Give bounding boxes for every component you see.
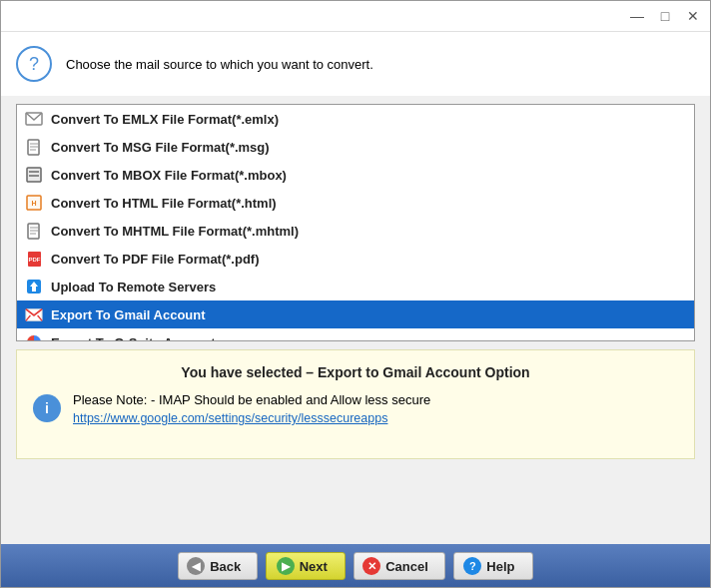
- page-icon: [25, 222, 43, 240]
- list-item[interactable]: Convert To MHTML File Format(*.mhtml): [17, 217, 694, 245]
- list-item-label: Convert To HTML File Format(*.html): [51, 196, 277, 211]
- cancel-button[interactable]: ✕ Cancel: [354, 552, 445, 580]
- info-title: You have selected – Export to Gmail Acco…: [33, 364, 678, 380]
- list-item-label: Upload To Remote Servers: [51, 280, 216, 294]
- info-text-block: Please Note: - IMAP Should be enabled an…: [73, 392, 430, 425]
- header-text: Choose the mail source to which you want…: [66, 57, 373, 72]
- back-label: Back: [210, 559, 241, 574]
- list-item-label: Convert To EMLX File Format(*.emlx): [51, 112, 279, 127]
- gmail-icon: [25, 305, 43, 323]
- page-icon: [25, 138, 43, 156]
- list-item[interactable]: Convert To EMLX File Format(*.emlx): [17, 105, 694, 133]
- info-circle-icon: i: [33, 394, 61, 422]
- back-icon: ◀: [187, 557, 205, 575]
- next-icon: ▶: [277, 557, 295, 575]
- info-content: i Please Note: - IMAP Should be enabled …: [33, 392, 678, 425]
- svg-text:PDF: PDF: [28, 257, 40, 263]
- list-item-label: Convert To MBOX File Format(*.mbox): [51, 168, 287, 183]
- close-button[interactable]: ✕: [679, 2, 707, 30]
- upload-icon: [25, 278, 43, 295]
- help-icon: ?: [463, 557, 481, 575]
- conversion-options-list[interactable]: Convert To EMLX File Format(*.emlx)Conve…: [16, 104, 695, 341]
- list-item-label: Export To Gmail Account: [51, 307, 206, 322]
- svg-rect-6: [29, 171, 39, 173]
- info-link[interactable]: https://www.google.com/settings/security…: [73, 411, 430, 425]
- header: ? Choose the mail source to which you wa…: [0, 32, 711, 96]
- cancel-label: Cancel: [385, 559, 428, 574]
- title-bar: — □ ✕: [0, 0, 711, 32]
- mbox-icon: [25, 166, 43, 184]
- info-box: You have selected – Export to Gmail Acco…: [16, 349, 695, 459]
- help-label: Help: [486, 559, 514, 574]
- list-item[interactable]: Convert To MSG File Format(*.msg): [17, 133, 694, 161]
- list-item[interactable]: PDFConvert To PDF File Format(*.pdf): [17, 245, 694, 273]
- maximize-button[interactable]: □: [651, 2, 679, 30]
- bottom-bar: ◀ Back ▶ Next ✕ Cancel ? Help: [0, 544, 711, 588]
- email-icon: [25, 110, 43, 128]
- next-button[interactable]: ▶ Next: [266, 552, 346, 580]
- list-item[interactable]: Export To Gmail Account: [17, 300, 694, 328]
- gsuite-icon: [25, 333, 43, 341]
- list-item[interactable]: Convert To MBOX File Format(*.mbox): [17, 161, 694, 189]
- svg-rect-7: [29, 175, 39, 177]
- list-item[interactable]: HConvert To HTML File Format(*.html): [17, 189, 694, 217]
- list-item-label: Convert To MHTML File Format(*.mhtml): [51, 224, 299, 239]
- html-icon: H: [25, 194, 43, 212]
- back-button[interactable]: ◀ Back: [178, 552, 258, 580]
- list-item-label: Convert To PDF File Format(*.pdf): [51, 252, 259, 267]
- list-item-label: Export To G-Suite Account: [51, 335, 216, 342]
- next-label: Next: [300, 559, 328, 574]
- list-item-label: Convert To MSG File Format(*.msg): [51, 140, 270, 155]
- svg-text:H: H: [31, 200, 36, 207]
- pdf-icon: PDF: [25, 250, 43, 268]
- list-item[interactable]: Upload To Remote Servers: [17, 273, 694, 300]
- minimize-button[interactable]: —: [623, 2, 651, 30]
- info-icon: ?: [16, 46, 52, 82]
- note-text: Please Note: - IMAP Should be enabled an…: [73, 392, 430, 407]
- help-button[interactable]: ? Help: [453, 552, 533, 580]
- cancel-icon: ✕: [362, 557, 380, 575]
- list-item[interactable]: Export To G-Suite Account: [17, 328, 694, 341]
